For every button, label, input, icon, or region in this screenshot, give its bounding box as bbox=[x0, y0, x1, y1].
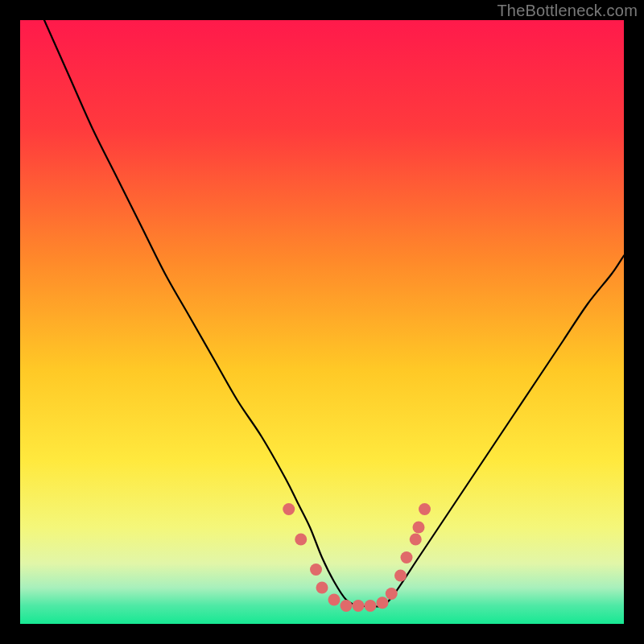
chart-svg bbox=[20, 20, 624, 624]
curve-dot bbox=[401, 551, 413, 564]
curve-dot bbox=[295, 534, 307, 546]
curve-dot bbox=[365, 600, 377, 612]
chart-frame: TheBottleneck.com bbox=[0, 0, 644, 644]
curve-dot bbox=[328, 594, 341, 606]
curve-dot bbox=[413, 522, 425, 534]
curve-dot bbox=[386, 588, 398, 600]
curve-dot bbox=[419, 503, 431, 515]
curve-dot bbox=[410, 534, 422, 546]
curve-dot bbox=[316, 582, 328, 594]
curve-dot bbox=[394, 570, 407, 582]
chart-background bbox=[20, 20, 624, 624]
plot-area bbox=[20, 20, 624, 624]
curve-dot bbox=[310, 564, 322, 576]
watermark-text: TheBottleneck.com bbox=[497, 2, 638, 20]
curve-dot bbox=[377, 597, 389, 609]
curve-dot bbox=[341, 600, 353, 612]
curve-dot bbox=[353, 600, 365, 612]
curve-dot bbox=[283, 503, 295, 515]
